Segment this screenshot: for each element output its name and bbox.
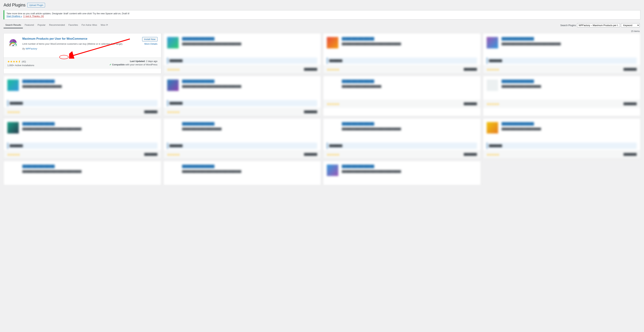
admin-notice: Take more time as you craft article upda… bbox=[4, 10, 640, 20]
plugin-card-blurred: ████████████████████████████████████████… bbox=[4, 118, 161, 159]
install-now-button[interactable]: Install Now bbox=[142, 37, 158, 42]
plugin-card-main: Maximum Products per User for WooCommerc… bbox=[4, 33, 161, 74]
tab-recommended[interactable]: Recommended bbox=[47, 22, 66, 29]
tab-featured[interactable]: Featured bbox=[23, 22, 36, 29]
upload-plugin-button[interactable]: Upload Plugin bbox=[27, 3, 45, 7]
plugin-card-blurred: ████████████████████████████████████████… bbox=[4, 76, 161, 116]
plugin-rating-stars: ★ ★ ★ ★ ⯨ (42) bbox=[7, 60, 34, 63]
plugin-author: By WPFactory bbox=[22, 47, 143, 50]
notice-dismiss-link[interactable]: [ I got it. Thanks. [X] bbox=[23, 15, 44, 18]
plugin-card-blurred: ████████████████████████████████████████… bbox=[164, 161, 321, 185]
plugin-card-blurred: ████████████████████████████████████████… bbox=[483, 118, 640, 159]
star-icon: ★ bbox=[10, 60, 12, 63]
page-title: Add Plugins bbox=[4, 3, 26, 8]
active-installs: 1,000+ Active Installations bbox=[7, 64, 34, 67]
plugin-card-blurred: ████████████████████████████████████████… bbox=[483, 33, 640, 74]
tab-favorites[interactable]: Favorites bbox=[66, 22, 80, 29]
compatibility-text: ✓ Compatible with your version of WordPr… bbox=[110, 63, 158, 66]
check-icon: ✓ bbox=[110, 63, 112, 66]
star-icon: ★ bbox=[13, 60, 15, 63]
search-input[interactable] bbox=[577, 23, 620, 27]
rating-count: (42) bbox=[22, 60, 26, 63]
plugin-description: Limit number of items your WooCommerce c… bbox=[22, 42, 143, 46]
star-icon: ★ bbox=[15, 60, 18, 63]
plugin-card-blurred: ████████████████████████████████████████… bbox=[483, 76, 640, 116]
last-updated: Last Updated: 2 days ago bbox=[110, 60, 158, 63]
plugin-icon bbox=[7, 37, 19, 49]
plugin-title[interactable]: Maximum Products per User for WooCommerc… bbox=[22, 37, 143, 41]
plugin-card-blurred: ████████████████████████████████████████… bbox=[164, 76, 321, 116]
plugin-card-blurred: ████████████████████████████████████████… bbox=[323, 76, 481, 116]
tab-astra-woo[interactable]: For Astra~Woo bbox=[80, 22, 99, 29]
plugin-author-link[interactable]: WPFactory bbox=[26, 47, 37, 50]
more-details-link[interactable]: More Details bbox=[142, 43, 158, 45]
star-icon: ★ bbox=[7, 60, 10, 63]
plugin-card-blurred: ████████████████████████████████████████… bbox=[323, 118, 481, 159]
items-count: 15 items bbox=[0, 29, 640, 33]
tab-search-results[interactable]: Search Results bbox=[4, 22, 23, 29]
notice-text: Take more time as you craft article upda… bbox=[6, 12, 130, 15]
plugin-card-blurred: ████████████████████████████████████████… bbox=[323, 33, 481, 74]
notice-start-link[interactable]: Start Drafting » bbox=[6, 15, 22, 18]
keyword-select[interactable]: Keyword bbox=[621, 23, 640, 27]
star-half-icon: ⯨ bbox=[18, 60, 21, 63]
plugin-card-blurred: ████████████████████████████████████████… bbox=[164, 118, 321, 159]
search-label: Search Plugins bbox=[560, 24, 576, 27]
tab-woo[interactable]: Woo ⟳ bbox=[99, 22, 110, 29]
plugin-card-blurred: ████████████████████████████████████████… bbox=[323, 161, 481, 185]
plugin-card-blurred: ████████████████████████████████████████… bbox=[4, 161, 161, 185]
tab-popular[interactable]: Popular bbox=[36, 22, 47, 29]
plugin-card-blurred: ████████████████████████████████████████… bbox=[164, 33, 321, 74]
